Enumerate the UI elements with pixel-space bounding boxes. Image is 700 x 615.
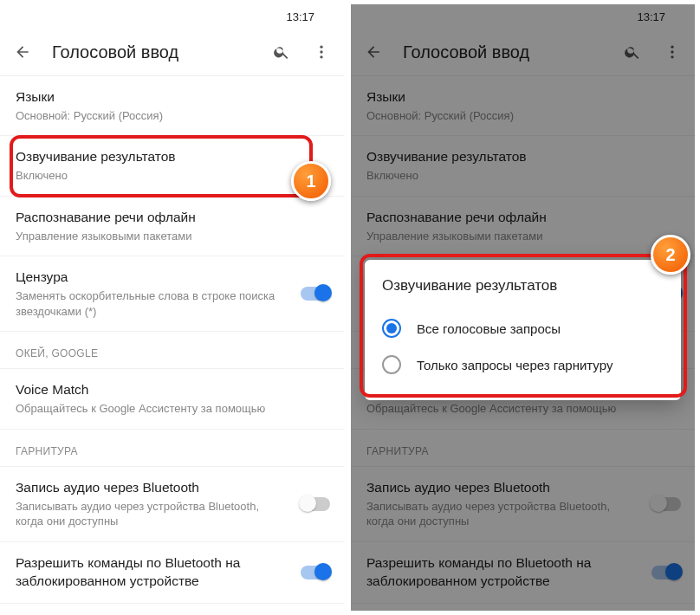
toggle-bt-audio[interactable] bbox=[651, 497, 681, 511]
item-subtitle: Включено bbox=[366, 168, 679, 184]
svg-point-2 bbox=[320, 55, 322, 58]
search-icon[interactable] bbox=[271, 42, 292, 62]
item-title: Разрешить команды по Bluetooth на заблок… bbox=[366, 554, 679, 591]
toggle-bt-commands[interactable] bbox=[651, 566, 681, 579]
item-subtitle: Управление языковыми пакетами bbox=[366, 229, 679, 244]
item-title: Распознавание речи офлайн bbox=[16, 209, 328, 227]
item-languages[interactable]: Языки Основной: Русский (Россия) bbox=[351, 76, 695, 136]
item-title: Языки bbox=[16, 88, 328, 107]
svg-point-5 bbox=[671, 55, 673, 58]
item-subtitle: Основной: Русский (Россия) bbox=[16, 108, 328, 124]
screen-left: 13:17 Голосовой ввод Языки Основной: Рус… bbox=[0, 4, 344, 611]
item-censor[interactable]: Цензура Заменять оскорбительные слова в … bbox=[0, 256, 344, 332]
back-icon[interactable] bbox=[363, 42, 384, 62]
item-offline-speech[interactable]: Распознавание речи офлайн Управление язы… bbox=[0, 197, 344, 256]
status-time: 13:17 bbox=[286, 10, 314, 23]
annotation-highlight-2 bbox=[360, 254, 687, 398]
annotation-highlight-1 bbox=[10, 135, 313, 197]
back-icon[interactable] bbox=[12, 42, 33, 62]
item-subtitle: Управление языковыми пакетами bbox=[16, 229, 328, 244]
app-bar: Голосовой ввод bbox=[351, 29, 695, 76]
svg-point-1 bbox=[320, 50, 322, 53]
item-title: Языки bbox=[366, 88, 679, 107]
item-bt-audio[interactable]: Запись аудио через Bluetooth Записывать … bbox=[0, 467, 344, 542]
svg-point-3 bbox=[671, 46, 673, 49]
phone-frame-right: 13:17 Голосовой ввод Языки Основной: Рус… bbox=[351, 4, 695, 611]
section-headset: ГАРНИТУРА bbox=[0, 430, 344, 467]
item-title: Распознавание речи офлайн bbox=[366, 209, 679, 227]
item-headset-commands[interactable]: Разрешить команды по гарнитуре на заблок… bbox=[351, 604, 695, 611]
toggle-bt-commands[interactable] bbox=[301, 566, 330, 579]
item-title: Запись аудио через Bluetooth bbox=[366, 479, 679, 497]
item-subtitle: Основной: Русский (Россия) bbox=[366, 108, 679, 124]
item-title: Озвучивание результатов bbox=[366, 148, 679, 166]
item-subtitle: Обращайтесь к Google Ассистенту за помощ… bbox=[16, 401, 328, 417]
item-voice-match[interactable]: Voice Match Обращайтесь к Google Ассисте… bbox=[0, 369, 344, 429]
item-title: Разрешить команды по Bluetooth на заблок… bbox=[16, 554, 328, 591]
annotation-callout-1: 1 bbox=[291, 161, 331, 201]
item-speak-results[interactable]: Озвучивание результатов Включено bbox=[351, 136, 695, 196]
item-subtitle: Заменять оскорбительные слова в строке п… bbox=[16, 288, 328, 319]
more-icon[interactable] bbox=[662, 42, 683, 62]
appbar-title: Голосовой ввод bbox=[33, 42, 271, 62]
toggle-censor[interactable] bbox=[301, 287, 330, 301]
item-bt-audio[interactable]: Запись аудио через Bluetooth Записывать … bbox=[351, 467, 695, 542]
svg-point-0 bbox=[320, 46, 322, 49]
status-bar: 13:17 bbox=[0, 4, 344, 29]
section-ok-google: ОКЕЙ, GOOGLE bbox=[0, 332, 344, 369]
callout-number: 1 bbox=[306, 172, 315, 191]
phone-frame-left: 13:17 Голосовой ввод Языки Основной: Рус… bbox=[0, 4, 344, 611]
app-bar: Голосовой ввод bbox=[0, 29, 344, 76]
toggle-bt-audio[interactable] bbox=[301, 497, 330, 511]
item-title: Цензура bbox=[16, 269, 328, 287]
item-subtitle: Записывать аудио через устройства Blueto… bbox=[366, 499, 679, 529]
item-title: Voice Match bbox=[16, 381, 328, 399]
more-icon[interactable] bbox=[311, 42, 332, 62]
search-icon[interactable] bbox=[622, 42, 643, 62]
item-title: Запись аудио через Bluetooth bbox=[16, 479, 328, 497]
item-languages[interactable]: Языки Основной: Русский (Россия) bbox=[0, 76, 344, 136]
section-headset: ГАРНИТУРА bbox=[351, 430, 695, 467]
item-subtitle: Записывать аудио через устройства Blueto… bbox=[16, 499, 328, 529]
svg-point-4 bbox=[671, 50, 673, 53]
item-offline-speech[interactable]: Распознавание речи офлайн Управление язы… bbox=[351, 197, 695, 256]
appbar-title: Голосовой ввод bbox=[384, 42, 622, 62]
callout-number: 2 bbox=[665, 245, 675, 265]
item-headset-commands[interactable]: Разрешить команды по гарнитуре на заблок… bbox=[0, 604, 344, 611]
annotation-callout-2: 2 bbox=[651, 235, 690, 275]
item-bt-commands[interactable]: Разрешить команды по Bluetooth на заблок… bbox=[351, 542, 695, 604]
item-subtitle: Обращайтесь к Google Ассистенту за помощ… bbox=[366, 401, 679, 417]
status-time: 13:17 bbox=[637, 10, 665, 23]
status-bar: 13:17 bbox=[351, 4, 695, 29]
item-bt-commands[interactable]: Разрешить команды по Bluetooth на заблок… bbox=[0, 542, 344, 604]
